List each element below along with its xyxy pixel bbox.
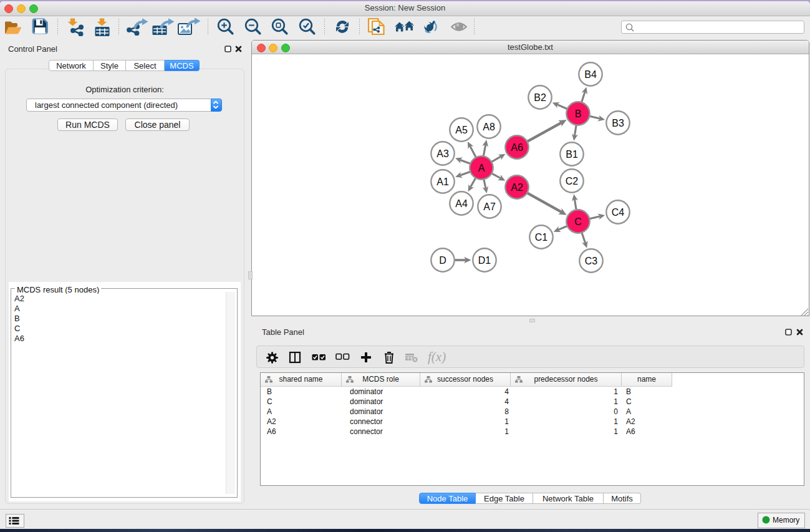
svg-text:C: C — [574, 216, 582, 227]
svg-text:B: B — [575, 109, 582, 119]
svg-text:D: D — [439, 255, 446, 266]
svg-text:B1: B1 — [566, 149, 578, 160]
svg-text:A8: A8 — [483, 122, 495, 132]
svg-text:A4: A4 — [455, 198, 468, 209]
svg-text:A2: A2 — [511, 182, 523, 193]
svg-text:C3: C3 — [585, 256, 598, 266]
svg-text:A7: A7 — [483, 201, 496, 212]
svg-text:C2: C2 — [566, 176, 579, 186]
svg-text:A: A — [478, 163, 485, 173]
svg-text:B2: B2 — [534, 92, 546, 103]
svg-text:B3: B3 — [612, 118, 624, 128]
svg-text:A6: A6 — [511, 142, 523, 153]
svg-text:A1: A1 — [436, 177, 449, 187]
svg-text:A5: A5 — [455, 125, 468, 135]
svg-text:D1: D1 — [478, 255, 491, 266]
svg-text:B4: B4 — [584, 69, 597, 80]
svg-text:A3: A3 — [436, 148, 449, 159]
svg-text:C4: C4 — [612, 207, 625, 218]
svg-text:C1: C1 — [535, 232, 548, 243]
